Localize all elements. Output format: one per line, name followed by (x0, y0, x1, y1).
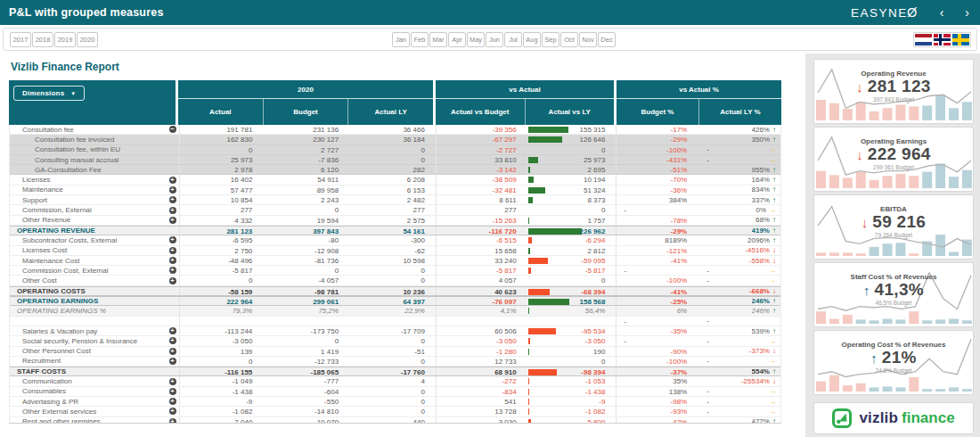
expand-icon[interactable]: + (169, 408, 176, 415)
actual-ly-pct-value: 246% (752, 297, 770, 305)
year-button-2017[interactable]: 2017 (10, 32, 31, 47)
row-label-cell[interactable]: Other Revenue+ (10, 216, 179, 225)
column-header[interactable]: Budget (264, 99, 349, 125)
row-label: OPERATING REVENUE (17, 227, 95, 235)
row-label-cell[interactable]: Recruitment+ (10, 357, 179, 366)
kpi-card-3[interactable]: EBITDA↓59 21679 264 Budget (813, 194, 974, 260)
month-button-feb[interactable]: Feb (411, 32, 429, 47)
expand-icon[interactable]: + (169, 348, 176, 355)
expand-icon[interactable]: + (169, 177, 176, 184)
budget-pct-cell: - (616, 317, 698, 326)
row-label-cell[interactable]: Communication+ (10, 376, 179, 385)
expand-icon[interactable]: + (169, 267, 176, 274)
row-label-cell[interactable]: Subcontractor Costs, External+ (10, 235, 179, 244)
month-button-oct[interactable]: Oct (560, 32, 578, 47)
year-button-2018[interactable]: 2018 (32, 32, 53, 47)
year-button-2020[interactable]: 2020 (77, 32, 98, 47)
kpi-card-5[interactable]: Operating Cost % of Revenues↑21%24,8% Bu… (813, 330, 974, 395)
month-button-nov[interactable]: Nov (579, 32, 597, 47)
table-row: Consultation fee invoiced162 830230 1273… (10, 135, 780, 144)
expand-icon[interactable]: + (169, 358, 176, 365)
expand-icon[interactable]: + (169, 196, 176, 203)
column-header[interactable]: Actual LY % (699, 99, 781, 125)
month-button-jan[interactable]: Jan (392, 32, 410, 47)
row-label-cell[interactable]: Rent and other premises+ (10, 417, 179, 423)
expand-icon[interactable]: + (169, 327, 176, 334)
expand-icon[interactable]: + (169, 277, 176, 284)
column-header[interactable]: Budget % (617, 99, 699, 125)
budget-pct-cell: -98% (616, 397, 698, 406)
actual-cell: -6 595 (179, 235, 264, 244)
expand-icon[interactable]: + (169, 217, 176, 224)
actual-cell: 0 (179, 276, 264, 284)
expand-icon[interactable]: + (169, 398, 176, 405)
column-header[interactable]: Actual vs LY (526, 99, 615, 125)
row-label-cell[interactable]: Consultation fee, within EU (10, 145, 179, 154)
column-header[interactable]: Actual (178, 99, 264, 125)
row-label-cell[interactable]: Support+ (10, 195, 179, 204)
row-label-cell[interactable] (10, 317, 179, 326)
row-label-cell[interactable]: STAFF COSTS (10, 367, 179, 375)
row-label-cell[interactable]: GA-Consultation Fee (10, 165, 179, 174)
row-label-cell[interactable]: Commission Cost, External+ (10, 266, 179, 275)
column-header[interactable]: Actual vs Budget (436, 99, 526, 125)
month-button-jul[interactable]: Jul (504, 32, 522, 47)
expand-icon[interactable]: + (169, 337, 176, 344)
expand-icon[interactable]: + (169, 247, 176, 254)
month-button-apr[interactable]: Apr (448, 32, 466, 47)
row-label-cell[interactable]: OPERATING REVENUE (10, 227, 179, 235)
trend-up-arrow-icon: ↑ (772, 165, 776, 174)
no-flag-icon[interactable] (934, 34, 951, 45)
nl-flag-icon[interactable] (915, 34, 932, 45)
month-button-may[interactable]: May (467, 32, 485, 47)
actual-ly-pct-cell: -373%↓ (698, 347, 780, 356)
row-label-cell[interactable]: Consultation fee invoiced (10, 135, 179, 144)
expand-icon[interactable]: + (169, 236, 176, 243)
kpi-card-1[interactable]: Operating Revenue↓281 123397 843 Budget (813, 59, 974, 124)
year-button-2019[interactable]: 2019 (54, 32, 76, 47)
kpi-card-4[interactable]: Staff Cost % of Revenues↑41,3%46,5% Budg… (813, 262, 974, 327)
kpi-value: 222 964 (868, 144, 931, 164)
expand-icon[interactable]: + (169, 207, 176, 214)
month-button-sep[interactable]: Sep (542, 32, 559, 47)
row-label-cell[interactable]: Commission, External+ (10, 205, 179, 214)
se-flag-icon[interactable] (952, 34, 969, 45)
row-label-cell[interactable]: Other External services+ (10, 407, 179, 416)
expand-icon[interactable]: + (169, 186, 176, 194)
month-button-aug[interactable]: Aug (523, 32, 541, 47)
month-button-dec[interactable]: Dec (598, 32, 616, 47)
row-label-cell[interactable]: Licenses Cost+ (10, 246, 179, 255)
expand-icon[interactable]: + (169, 378, 176, 385)
row-label-cell[interactable]: Maintenance Cost+ (10, 256, 179, 265)
kpi-card-2[interactable]: Operating Earnings↓222 964299 061 Budget (813, 127, 974, 192)
row-label-cell[interactable]: Licenses+ (10, 175, 179, 184)
dimensions-dropdown[interactable]: Dimensions▼ (13, 86, 85, 101)
actual-ly-pct-cell: -4516%↓ (698, 246, 780, 255)
row-label-cell[interactable]: Advertasing & PR+ (10, 397, 179, 406)
next-sheet-icon[interactable]: › (965, 0, 969, 25)
month-button-jun[interactable]: Jun (486, 32, 503, 47)
row-label-cell[interactable]: Consumables+ (10, 387, 179, 396)
actual-cell: 2 978 (179, 165, 264, 174)
row-label-cell[interactable]: Salaries & Vacation pay+ (10, 326, 179, 335)
row-label-cell[interactable]: OPERATING EARNINGS (10, 297, 179, 305)
row-label-cell[interactable]: Social security, Pension & Insurance+ (10, 336, 179, 345)
column-header[interactable]: Actual LY (348, 99, 433, 125)
actual-ly-pct-cell: -→ (698, 387, 780, 396)
expand-icon[interactable]: + (169, 257, 176, 264)
row-label-cell[interactable]: Maintenance+ (10, 186, 179, 194)
row-label-cell[interactable]: Consulting manual accrual (10, 155, 179, 164)
month-button-mar[interactable]: Mar (429, 32, 447, 47)
actual-ly-pct-value: - (706, 155, 709, 164)
collapse-icon[interactable]: − (169, 126, 176, 133)
row-label-cell[interactable]: OPERATING COSTS (10, 287, 179, 295)
expand-icon[interactable]: + (169, 418, 176, 423)
row-label-cell[interactable]: Consultation fee− (10, 125, 179, 134)
row-label-cell[interactable]: Other Cost+ (10, 276, 179, 284)
row-label-cell[interactable]: OPERATING EARNINGS % (10, 306, 179, 315)
positive-bar (528, 228, 582, 235)
actual-vs-ly-value: 155 315 (580, 126, 606, 134)
row-label-cell[interactable]: Other Personnel Cost+ (10, 347, 179, 356)
prev-sheet-icon[interactable]: ‹ (940, 0, 944, 25)
expand-icon[interactable]: + (169, 388, 176, 395)
